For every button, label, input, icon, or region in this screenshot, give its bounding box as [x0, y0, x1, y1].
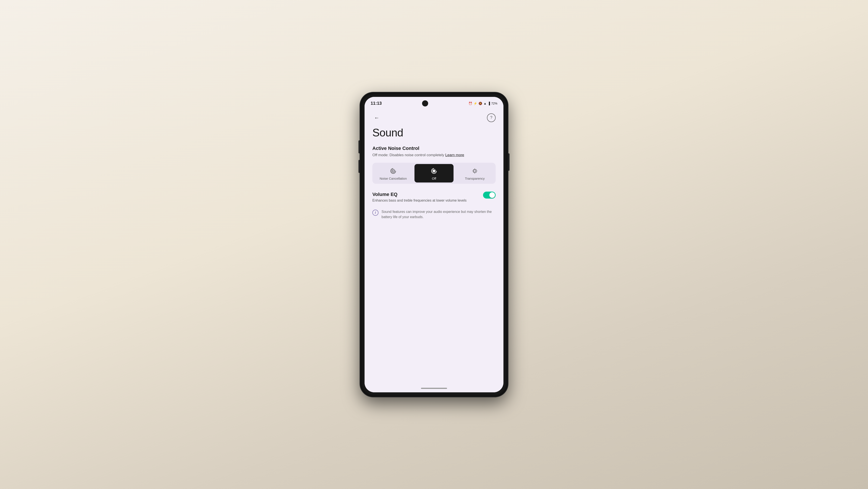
anc-transparency-button[interactable]: Transparency — [455, 164, 494, 182]
anc-section-desc: Off mode: Disables noise control complet… — [372, 152, 496, 158]
anc-off-button[interactable]: Off — [414, 164, 454, 182]
header-row: ← ? — [372, 110, 496, 126]
status-time: 11:13 — [371, 101, 382, 106]
transparency-label: Transparency — [465, 177, 485, 180]
toggle-thumb — [489, 192, 495, 198]
off-label: Off — [432, 177, 436, 180]
mute-icon: 🔕 — [478, 102, 482, 105]
phone-screen: 11:13 ⏰ ⚡ 🔕 ▲ ▐ 72% ← — [365, 97, 503, 392]
info-icon-circle: i — [372, 210, 378, 216]
learn-more-link[interactable]: Learn more — [445, 153, 464, 157]
svg-point-0 — [392, 170, 394, 172]
bluetooth-icon: ⚡ — [473, 102, 477, 105]
wifi-icon: ▲ — [484, 102, 487, 105]
home-indicator — [421, 388, 447, 389]
off-icon — [430, 167, 438, 175]
anc-section-title: Active Noise Control — [372, 146, 496, 151]
noise-cancellation-icon — [389, 167, 397, 175]
app-content: ← ? Sound Active Noise Control Off mode:… — [365, 110, 503, 384]
signal-icon: ▐ — [488, 102, 490, 105]
anc-mode-selector: Noise Cancellation Off — [372, 163, 496, 184]
help-icon: ? — [490, 115, 492, 120]
info-note: i Sound features can improve your audio … — [372, 209, 496, 220]
volume-eq-title: Volume EQ — [372, 192, 479, 197]
bottom-bar — [365, 384, 503, 392]
noise-cancellation-label: Noise Cancellation — [379, 177, 407, 180]
status-icons: ⏰ ⚡ 🔕 ▲ ▐ 72% — [468, 102, 497, 105]
svg-point-2 — [433, 170, 435, 172]
help-button[interactable]: ? — [487, 113, 496, 122]
info-note-text: Sound features can improve your audio ex… — [381, 209, 496, 220]
anc-noise-cancellation-button[interactable]: Noise Cancellation — [374, 164, 413, 182]
volume-eq-toggle[interactable] — [483, 192, 496, 199]
back-arrow-icon: ← — [374, 115, 379, 121]
transparency-icon — [471, 167, 479, 175]
volume-eq-desc: Enhances bass and treble frequencies at … — [372, 198, 479, 203]
phone-device: 11:13 ⏰ ⚡ 🔕 ▲ ▐ 72% ← — [360, 92, 508, 397]
battery-level: 72% — [491, 102, 497, 105]
scene: 11:13 ⏰ ⚡ 🔕 ▲ ▐ 72% ← — [0, 0, 868, 489]
info-icon: i — [375, 211, 376, 214]
svg-point-4 — [473, 170, 476, 172]
volume-eq-row: Volume EQ Enhances bass and treble frequ… — [372, 192, 496, 203]
camera-cutout — [422, 100, 428, 107]
page-title: Sound — [372, 126, 496, 139]
back-button[interactable]: ← — [372, 113, 381, 122]
status-bar: 11:13 ⏰ ⚡ 🔕 ▲ ▐ 72% — [365, 97, 503, 110]
alarm-icon: ⏰ — [468, 102, 472, 105]
svg-point-1 — [392, 169, 395, 173]
volume-eq-info: Volume EQ Enhances bass and treble frequ… — [372, 192, 479, 203]
